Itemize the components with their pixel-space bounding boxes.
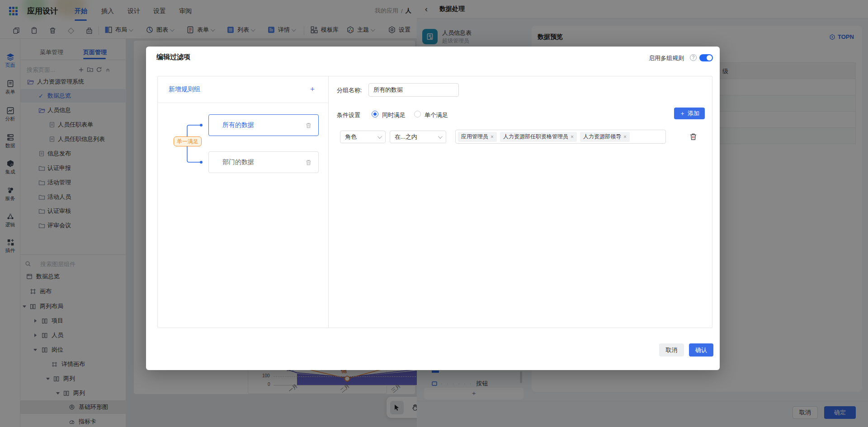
condition-setting-label: 条件设置: [337, 111, 360, 119]
modal-confirm-button[interactable]: 确认: [689, 343, 713, 357]
radio-match-all[interactable]: [372, 111, 378, 117]
tag-app-admin[interactable]: 应用管理员 ×: [458, 132, 497, 142]
add-rule-group-button[interactable]: 新增规则组: [169, 85, 200, 94]
tag-label: 应用管理员: [461, 133, 488, 141]
application-window: 应用设计 开始 插入 设计 设置 审阅 我的应用 / 人: [0, 0, 868, 427]
add-condition-button[interactable]: ＋ 添加: [674, 108, 705, 119]
value-multiselect[interactable]: 应用管理员 × 人力资源部任职资格管理员 × 人力资源部领导 ×: [455, 130, 666, 144]
operator-select[interactable]: 在...之内: [390, 131, 446, 143]
rule-card-dept-data[interactable]: 部门的数据: [208, 151, 319, 173]
rule-group-header: 新增规则组 ＋: [158, 76, 328, 103]
modal-title: 编辑过滤项: [156, 53, 190, 61]
rule-group-pane: 新增规则组 ＋ 单一满足 所有的数据 部门的数据: [158, 76, 329, 328]
tag-remove-icon[interactable]: ×: [491, 134, 494, 140]
multi-rule-label: 启用多组规则: [649, 54, 684, 62]
trash-icon[interactable]: [305, 122, 312, 129]
modal-cancel-button[interactable]: 取消: [659, 343, 684, 357]
tag-label: 人力资源部领导: [583, 133, 621, 141]
modal-content-box: 新增规则组 ＋ 单一满足 所有的数据 部门的数据: [157, 76, 712, 328]
field-select[interactable]: 角色: [340, 131, 386, 143]
cancel-label: 取消: [666, 346, 678, 354]
tag-remove-icon[interactable]: ×: [571, 134, 574, 140]
confirm-label: 确认: [695, 346, 707, 354]
tag-label: 人力资源部任职资格管理员: [503, 133, 568, 141]
tag-remove-icon[interactable]: ×: [623, 134, 627, 140]
chevron-down-icon: [377, 134, 382, 139]
chevron-down-icon: [438, 134, 443, 139]
edit-filter-modal: 编辑过滤项 启用多组规则 ? 新增规则组 ＋ 单一满足 所有的数据: [146, 47, 720, 370]
plus-icon: ＋: [679, 109, 685, 117]
add-rule-group-plus-icon[interactable]: ＋: [309, 84, 316, 94]
field-select-value: 角色: [345, 133, 357, 141]
help-icon[interactable]: ?: [690, 54, 697, 61]
help-glyph: ?: [692, 55, 695, 60]
trash-icon[interactable]: [305, 159, 312, 166]
add-condition-label: 添加: [688, 109, 699, 117]
match-mode-badge[interactable]: 单一满足: [174, 136, 202, 146]
radio-match-single-label[interactable]: 单个满足: [425, 111, 448, 119]
rule-card-all-data[interactable]: 所有的数据: [208, 114, 319, 136]
group-name-input[interactable]: [368, 83, 459, 97]
multi-rule-toggle[interactable]: [699, 54, 713, 61]
radio-match-single[interactable]: [414, 111, 421, 117]
rule-label: 部门的数据: [222, 158, 254, 166]
tag-hr-leader[interactable]: 人力资源部领导 ×: [580, 132, 630, 142]
group-name-label: 分组名称:: [337, 86, 362, 94]
tag-hr-qualification-admin[interactable]: 人力资源部任职资格管理员 ×: [500, 132, 577, 142]
delete-condition-trash-icon[interactable]: [689, 132, 698, 141]
radio-match-all-label[interactable]: 同时满足: [382, 111, 406, 119]
operator-select-value: 在...之内: [395, 133, 417, 141]
rule-label: 所有的数据: [222, 121, 254, 129]
